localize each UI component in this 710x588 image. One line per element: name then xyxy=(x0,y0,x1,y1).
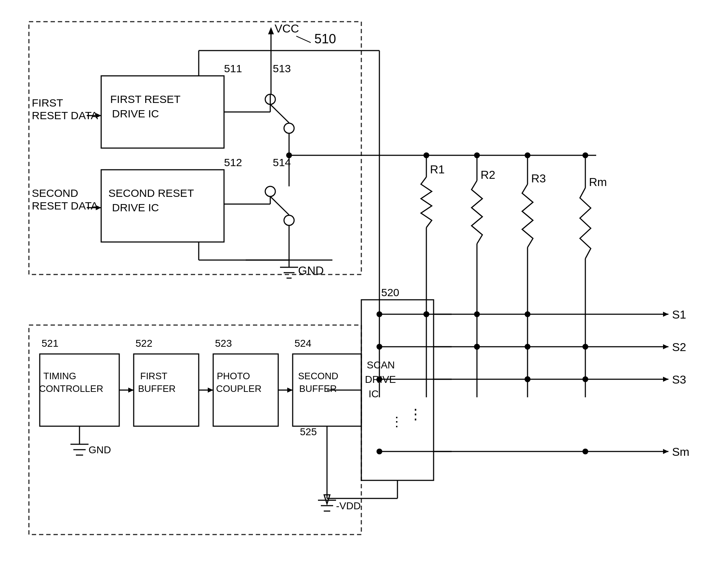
label-s2: S2 xyxy=(672,341,686,354)
label-510: 510 xyxy=(314,31,336,46)
label-514: 514 xyxy=(273,156,291,168)
label-521: 521 xyxy=(42,338,59,349)
label-second-reset-data2: RESET DATA xyxy=(32,200,98,212)
svg-point-69 xyxy=(376,344,382,350)
svg-point-52 xyxy=(582,152,588,158)
svg-point-74 xyxy=(474,344,480,350)
label-ic-ellipsis: ⋮ xyxy=(390,414,403,429)
label-ellipsis: ⋮ xyxy=(408,406,423,422)
label-523: 523 xyxy=(215,338,232,349)
label-second-reset-drive-ic-line1: SECOND RESET xyxy=(108,187,194,199)
label-photo-coupler-2: COUPLER xyxy=(216,383,262,394)
svg-point-51 xyxy=(525,152,530,158)
label-first-reset-drive-ic-line1: FIRST RESET xyxy=(110,93,180,105)
label-scan-drive-ic-2: DRIVE xyxy=(365,374,396,385)
label-first-reset-data: FIRST xyxy=(32,97,63,109)
label-s3: S3 xyxy=(672,373,686,386)
label-timing-controller-2: CONTROLLER xyxy=(39,383,103,394)
label-520: 520 xyxy=(381,286,399,298)
label-gnd-bottom: GND xyxy=(89,444,111,455)
svg-point-75 xyxy=(525,344,530,350)
label-second-reset-drive-ic-line2: DRIVE IC xyxy=(112,202,159,213)
label-511: 511 xyxy=(224,62,242,74)
label-524: 524 xyxy=(294,338,311,349)
label-gnd-top: GND xyxy=(298,264,324,277)
svg-point-72 xyxy=(474,311,480,317)
svg-point-73 xyxy=(525,311,530,317)
label-512: 512 xyxy=(224,156,242,168)
label-first-buffer-2: BUFFER xyxy=(138,383,176,394)
label-513: 513 xyxy=(273,62,291,74)
svg-rect-0 xyxy=(0,0,710,588)
svg-point-71 xyxy=(423,311,429,317)
svg-point-84 xyxy=(376,449,382,454)
label-timing-controller-1: TIMING xyxy=(43,371,76,381)
svg-point-50 xyxy=(474,152,480,158)
label-sm: Sm xyxy=(672,445,689,458)
svg-point-49 xyxy=(423,152,429,158)
label-second-buffer-2: BUFFER xyxy=(299,383,337,394)
label-r1: R1 xyxy=(430,163,445,176)
label-s1: S1 xyxy=(672,308,686,321)
svg-point-83 xyxy=(582,449,588,454)
label-scan-drive-ic-3: IC xyxy=(369,388,379,399)
label-rm: Rm xyxy=(589,176,607,189)
label-second-buffer-1: SECOND xyxy=(298,371,338,381)
label-vcc: VCC xyxy=(275,22,299,35)
svg-point-68 xyxy=(376,311,382,317)
label-scan-drive-ic-1: SCAN xyxy=(367,359,395,371)
label-vdd: -VDD xyxy=(336,500,361,511)
svg-point-76 xyxy=(582,344,588,350)
label-r2: R2 xyxy=(481,168,495,181)
diagram: 510 VCC FIRST RESET DRIVE IC FIRST RESET… xyxy=(0,0,710,588)
label-second-reset-data: SECOND xyxy=(32,187,78,199)
label-first-reset-drive-ic-line2: DRIVE IC xyxy=(112,108,159,120)
label-r3: R3 xyxy=(531,172,546,185)
svg-point-78 xyxy=(582,376,588,382)
label-522: 522 xyxy=(135,338,152,349)
label-first-buffer-1: FIRST xyxy=(140,371,167,381)
label-525: 525 xyxy=(300,426,317,437)
label-photo-coupler-1: PHOTO xyxy=(217,371,250,381)
svg-point-77 xyxy=(525,376,530,382)
